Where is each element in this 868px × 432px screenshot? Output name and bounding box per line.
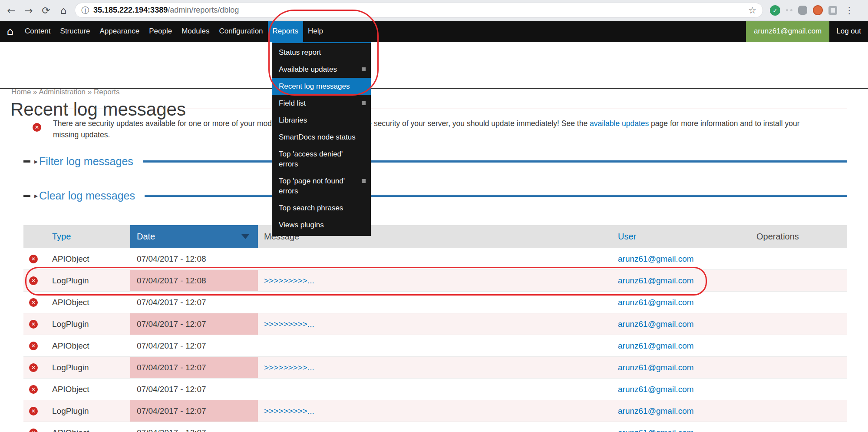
error-icon: ✕ [29,385,38,394]
operations-cell [751,313,847,335]
sort-desc-icon [241,234,249,239]
extension-capture-icon[interactable] [828,6,837,15]
table-row: ✕ APIObject 07/04/2017 - 12:07 arunz61@g… [23,422,847,432]
url-bar[interactable]: ⓘ 35.185.222.194:3389/admin/reports/dblo… [75,3,763,18]
update-badge-icon [362,101,366,105]
error-icon: ✕ [29,276,38,285]
user-link[interactable]: arunz61@gmail.com [618,406,694,416]
browser-menu-icon[interactable]: ⋮ [843,5,856,16]
user-link[interactable]: arunz61@gmail.com [618,385,694,394]
operations-cell [751,335,847,356]
bookmark-star-icon[interactable]: ☆ [748,5,756,16]
dropdown-item-label: Status report [279,48,321,56]
message-link[interactable]: >>>>>>>>>... [264,363,314,372]
message-link[interactable]: >>>>>>>>>... [264,406,314,416]
dropdown-item[interactable]: Available updates [272,61,371,78]
forward-icon[interactable]: → [20,2,37,19]
date-header-label: Date [137,232,155,242]
dropdown-item[interactable]: Recent log messages [272,78,371,95]
date-cell: 07/04/2017 - 12:07 [137,363,206,372]
table-row: ✕ APIObject 07/04/2017 - 12:07 arunz61@g… [23,335,847,357]
toolbar-item-label: Appearance [100,27,140,36]
browser-home-icon[interactable]: ⌂ [55,2,72,19]
operations-cell [751,248,847,269]
clear-fieldset-toggle[interactable]: Clear log messages [39,189,135,202]
dropdown-item-label: Top search phrases [279,204,343,212]
breadcrumb-item[interactable]: Administration [39,88,86,96]
update-badge-icon [362,179,366,183]
toolbar-item[interactable]: Reports [268,21,304,42]
dropdown-item[interactable]: Libraries [272,112,371,129]
table-row: ✕ LogPlugin 07/04/2017 - 12:07 >>>>>>>>>… [23,400,847,422]
breadcrumb: Home » Administration » Reports [11,88,119,96]
extension-dots-icon[interactable] [786,9,792,11]
sort-date-header[interactable]: Date [130,225,258,248]
dropdown-item[interactable]: Top 'page not found' errors [272,173,371,199]
dropdown-item[interactable]: Field list [272,95,371,112]
toolbar-menu: Content Structure Appearance People Modu… [20,21,328,42]
dropdown-item-label: Recent log messages [279,82,350,90]
user-link[interactable]: arunz61@gmail.com [618,298,694,307]
reload-icon[interactable]: ⟳ [37,2,55,19]
error-icon: ✕ [33,123,41,132]
log-table: Type Date Message User Operations ✕ APIO… [23,225,847,432]
toolbar-item-label: Structure [60,27,90,36]
table-row: ✕ LogPlugin 07/04/2017 - 12:08 >>>>>>>>>… [23,270,847,292]
operations-cell [751,357,847,378]
toolbar-item[interactable]: Configuration [214,21,267,42]
table-body: ✕ APIObject 07/04/2017 - 12:08 arunz61@g… [23,248,847,432]
error-icon: ✕ [29,429,38,432]
toolbar-item-label: Modules [182,27,209,36]
toolbar-item[interactable]: Content [20,21,56,42]
collapsed-arrow-icon: ▸ [34,157,38,166]
user-link[interactable]: arunz61@gmail.com [618,254,694,264]
table-row: ✕ LogPlugin 07/04/2017 - 12:07 >>>>>>>>>… [23,357,847,379]
table-header-row: Type Date Message User Operations [23,225,847,248]
fieldset-dash [23,160,30,163]
dropdown-item[interactable]: SmartDocs node status [272,129,371,146]
page-header: Home » Administration » Reports Recent l… [0,42,868,89]
user-link[interactable]: arunz61@gmail.com [618,319,694,329]
user-link[interactable]: arunz61@gmail.com [618,341,694,351]
toolbar-item[interactable]: People [144,21,177,42]
update-badge-icon [362,67,366,71]
dropdown-item[interactable]: Top 'access denied' errors [272,146,371,173]
user-link[interactable]: arunz61@gmail.com [618,276,694,286]
message-link[interactable]: >>>>>>>>>... [264,319,314,329]
user-link[interactable]: arunz61@gmail.com [618,428,694,432]
toolbar-item[interactable]: Structure [56,21,95,42]
table-row: ✕ APIObject 07/04/2017 - 12:08 arunz61@g… [23,248,847,270]
filter-fieldset-toggle[interactable]: Filter log messages [39,155,133,168]
back-icon[interactable]: ← [3,2,20,19]
date-cell: 07/04/2017 - 12:07 [137,428,206,432]
extension-check-icon[interactable]: ✓ [770,5,780,16]
toolbar-item-label: Content [25,27,51,36]
type-cell: APIObject [52,385,89,394]
dropdown-item[interactable]: Status report [272,44,371,61]
breadcrumb-item[interactable]: Home [11,88,31,96]
type-cell: LogPlugin [52,363,89,372]
toolbar-item[interactable]: Help [303,21,328,42]
dropdown-item[interactable]: Top search phrases [272,199,371,216]
logout-button[interactable]: Log out [829,21,868,42]
extension-gray-icon[interactable] [798,6,807,15]
extension-orange-icon[interactable] [813,5,823,15]
toolbar-item[interactable]: Modules [177,21,214,42]
message-link[interactable]: >>>>>>>>>... [264,276,314,286]
admin-toolbar: ⌂ Content Structure Appearance People Mo… [0,21,868,42]
info-icon[interactable]: ⓘ [81,5,89,16]
sort-user-link[interactable]: User [618,232,636,242]
date-cell: 07/04/2017 - 12:07 [137,341,206,351]
sort-type-link[interactable]: Type [52,232,71,242]
table-row: ✕ APIObject 07/04/2017 - 12:07 arunz61@g… [23,379,847,400]
user-link[interactable]: arunz61@gmail.com [618,363,694,372]
error-icon: ✕ [29,407,38,415]
type-cell: APIObject [52,254,89,264]
available-updates-link[interactable]: available updates [590,119,649,128]
dropdown-item[interactable]: Views plugins [272,216,371,233]
account-button[interactable]: arunz61@gmail.com [746,21,829,42]
breadcrumb-item[interactable]: Reports [94,88,120,96]
admin-home-icon[interactable]: ⌂ [0,21,20,42]
type-cell: LogPlugin [52,406,89,416]
toolbar-item[interactable]: Appearance [95,21,145,42]
